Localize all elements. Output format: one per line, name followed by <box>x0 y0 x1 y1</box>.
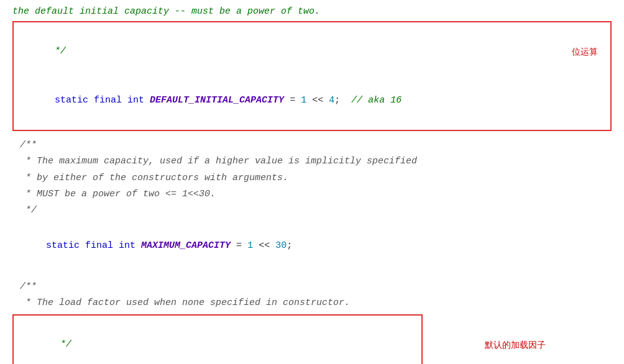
comment-close-3: */ <box>21 321 414 365</box>
javadoc-open-2: /** <box>20 137 604 153</box>
default-load-factor-block: */ static final float DEFAULT_LOAD_FACTO… <box>12 314 423 365</box>
code-area: the default initial capacity -- must be … <box>0 0 624 364</box>
maximum-capacity-line: static final int MAXIMUM_CAPACITY = 1 <<… <box>6 221 618 276</box>
javadoc-line-2-2: * by either of the constructors with arg… <box>20 170 604 186</box>
annotation-bitop: 位运算 <box>572 45 598 60</box>
code-line-1: static final int DEFAULT_INITIAL_CAPACIT… <box>21 76 603 125</box>
javadoc-line-2-3: * MUST be a power of two <= 1<<30. <box>20 186 604 202</box>
javadoc-load-factor: /** * The load factor used when none spe… <box>6 276 618 314</box>
javadoc-close-2: */ <box>20 202 604 219</box>
javadoc-maximum-capacity: /** * The maximum capacity, used if a hi… <box>6 135 618 221</box>
javadoc-open-3: /** <box>20 279 604 295</box>
comment-text-top: the default initial capacity -- must be … <box>12 6 320 17</box>
default-initial-capacity-block: */ static final int DEFAULT_INITIAL_CAPA… <box>12 21 612 132</box>
fade-comment-top: the default initial capacity -- must be … <box>6 0 618 21</box>
annotation-load-factor: 默认的加载因子 <box>485 338 546 353</box>
javadoc-line-2-1: * The maximum capacity, used if a higher… <box>20 153 604 170</box>
comment-close-1: */ <box>21 27 603 76</box>
code-line-2: static final int MAXIMUM_CAPACITY = 1 <<… <box>12 221 612 270</box>
javadoc-line-3-1: * The load factor used when none specifi… <box>20 295 604 311</box>
